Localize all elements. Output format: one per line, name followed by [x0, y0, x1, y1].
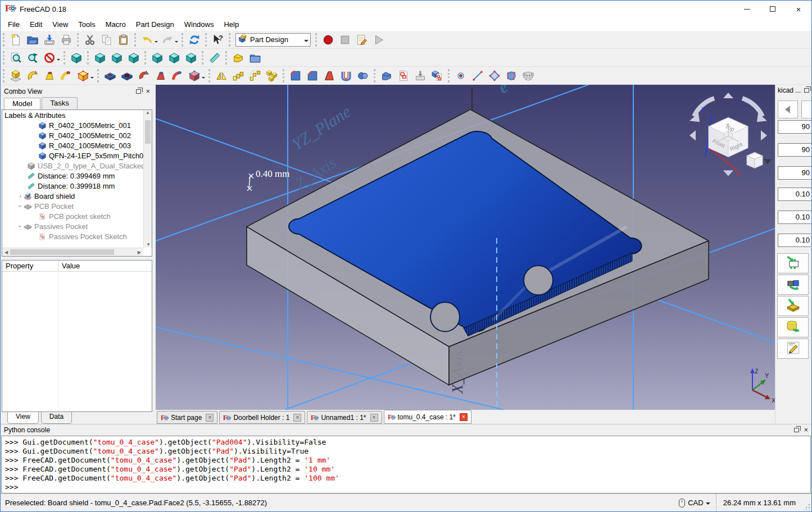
kicad-value-field[interactable]: 0.10	[778, 188, 811, 201]
create-body-button[interactable]	[230, 49, 247, 66]
menu-macro[interactable]: Macro	[101, 19, 131, 30]
navcube-mini-cube[interactable]	[747, 152, 763, 168]
rp-load-board-button[interactable]	[777, 296, 809, 316]
chamfer-button[interactable]	[304, 67, 321, 84]
groove-button[interactable]	[135, 67, 152, 84]
toolbar-drag-handle[interactable]	[202, 51, 205, 65]
pocket-button[interactable]	[102, 67, 119, 84]
menu-windows[interactable]: Windows	[179, 19, 219, 30]
tree-item[interactable]: PCB pocket sketch	[2, 211, 143, 221]
subtractive-primitive-button[interactable]	[186, 67, 203, 84]
kicad-clipped-button[interactable]	[801, 100, 811, 118]
toolbar-drag-handle[interactable]	[77, 33, 80, 47]
document-tab[interactable]: FStart page×	[157, 411, 217, 424]
menu-file[interactable]: File	[3, 19, 25, 30]
close-tab-icon[interactable]: ×	[293, 414, 301, 422]
toolbar-drag-handle[interactable]	[97, 69, 100, 83]
view-left-button[interactable]	[183, 49, 199, 66]
close-tab-icon[interactable]: ×	[206, 414, 214, 422]
additive-pipe-button[interactable]	[58, 67, 75, 84]
tree-horizontal-scrollbar[interactable]: ◀▶	[2, 248, 143, 256]
document-tab[interactable]: FDoorbell Holder : 1×	[219, 411, 305, 424]
toolbar-drag-handle[interactable]	[182, 33, 184, 47]
toolbar-drag-handle[interactable]	[63, 51, 66, 65]
menu-part-design[interactable]: Part Design	[131, 19, 179, 30]
macro-record-button[interactable]	[320, 31, 337, 48]
paste-button[interactable]	[115, 31, 132, 48]
rp-load-footprint-button[interactable]	[777, 253, 809, 273]
whats-this-button[interactable]: ?	[210, 31, 226, 48]
additive-primitive-dropdown-arrow[interactable]	[90, 77, 94, 80]
tree-item[interactable]: QFN-24-1EP_5x5mm_Pitch0.65	[2, 150, 143, 161]
tab-tasks[interactable]: Tasks	[42, 97, 77, 109]
tab-model[interactable]: Model	[4, 98, 40, 110]
datum-plane-button[interactable]	[486, 67, 503, 84]
boolean-button[interactable]	[355, 67, 371, 84]
toolbar-drag-handle[interactable]	[3, 51, 6, 65]
tree-item[interactable]: ›PCB Pocket	[2, 201, 143, 211]
close-tab-icon[interactable]: ×	[460, 413, 468, 421]
macro-edit-button[interactable]	[353, 31, 370, 48]
view-bottom-button[interactable]	[166, 49, 183, 66]
kicad-value-field[interactable]: 0.10	[778, 234, 811, 247]
new-file-button[interactable]	[7, 31, 24, 48]
thickness-button[interactable]	[338, 67, 355, 84]
additive-loft-button[interactable]	[41, 67, 58, 84]
toolbar-drag-handle[interactable]	[144, 51, 147, 65]
close-button[interactable]: ×	[786, 1, 811, 17]
float-panel-icon[interactable]	[794, 428, 799, 432]
maximize-button[interactable]	[760, 1, 786, 17]
draw-style-dropdown-arrow[interactable]	[57, 59, 60, 62]
local-coordinate-system-button[interactable]	[503, 67, 520, 84]
python-console-input[interactable]: >>> Gui.getDocument("tomu_0_4_case").get…	[1, 436, 811, 493]
document-tab[interactable]: Ftomu_0.4_case : 1*×	[384, 410, 471, 424]
view-rear-button[interactable]	[149, 49, 166, 66]
fillet-button[interactable]	[287, 67, 304, 84]
mirrored-button[interactable]	[213, 67, 230, 84]
polar-pattern-button[interactable]	[247, 67, 264, 84]
tree-item[interactable]: R_0402_1005Metric_003	[2, 140, 143, 150]
expand-chevron-icon[interactable]: ›	[17, 193, 24, 199]
create-group-button[interactable]	[247, 49, 264, 66]
toolbar-drag-handle[interactable]	[87, 51, 90, 65]
close-panel-icon[interactable]: ×	[146, 89, 150, 94]
toolbar-drag-handle[interactable]	[134, 33, 137, 47]
navigation-style-selector[interactable]: CAD	[673, 494, 715, 511]
toolbar-drag-handle[interactable]	[448, 69, 451, 83]
toolbar-drag-handle[interactable]	[208, 69, 211, 83]
save-file-button[interactable]	[41, 31, 58, 48]
tree-item[interactable]: ›Passives Pocket	[2, 221, 143, 231]
macro-stop-button[interactable]	[337, 31, 353, 48]
fit-selection-button[interactable]	[24, 49, 41, 66]
resize-grip[interactable]	[804, 504, 810, 510]
tree-item[interactable]: R_0402_1005Metric_001	[2, 120, 143, 130]
collapse-chevron-icon[interactable]: ›	[17, 203, 24, 209]
3d-viewport[interactable]: YZ_Plane Z_Axis Y_Axis X_Axis e	[156, 85, 775, 410]
draft-button[interactable]	[321, 67, 338, 84]
menu-edit[interactable]: Edit	[25, 19, 47, 30]
toolbar-drag-handle[interactable]	[374, 69, 376, 83]
redo-dropdown-arrow[interactable]	[175, 41, 178, 44]
workbench-selector[interactable]: Part Design	[235, 33, 311, 47]
hole-button[interactable]	[119, 67, 135, 84]
create-body-blue-button[interactable]	[378, 67, 395, 84]
toolbar-drag-handle[interactable]	[315, 33, 318, 47]
kicad-value-field[interactable]: 90	[778, 166, 811, 180]
close-tab-icon[interactable]: ×	[370, 414, 378, 422]
float-panel-icon[interactable]	[804, 88, 809, 93]
fit-all-button[interactable]	[7, 49, 24, 66]
tree-item[interactable]: R_0402_1005Metric_002	[2, 130, 143, 140]
tree-vertical-scrollbar[interactable]: ▲▼	[143, 110, 152, 248]
toolbar-drag-handle[interactable]	[3, 33, 6, 47]
subtractive-pipe-button[interactable]	[169, 67, 186, 84]
undo-dropdown-arrow[interactable]	[155, 41, 158, 44]
revolution-button[interactable]	[24, 67, 41, 84]
tree-item[interactable]: Passives Pocket Sketch	[2, 231, 143, 241]
shape-binder-button[interactable]	[520, 67, 537, 84]
additive-primitive-button[interactable]	[75, 67, 92, 84]
tab-view[interactable]: View	[7, 412, 39, 424]
view-right-button[interactable]	[125, 49, 142, 66]
tab-data[interactable]: Data	[41, 412, 72, 424]
kicad-value-field[interactable]: 90	[778, 120, 811, 134]
map-sketch-button[interactable]	[412, 67, 429, 84]
